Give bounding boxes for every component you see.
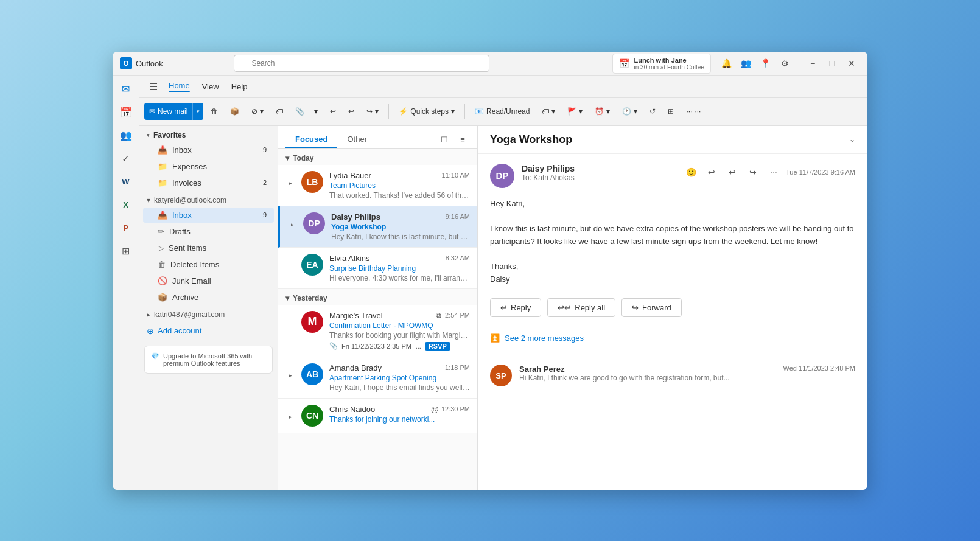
refresh-button[interactable]: ↺ [645,104,660,119]
sender-chris: Chris Naidoo [329,405,375,414]
undo-button[interactable]: ↩ [325,104,341,119]
subject-lydia: Team Pictures [329,181,470,190]
minimize-button[interactable]: − [804,55,821,72]
expand-btn-chris[interactable]: ▸ [285,412,295,422]
sidebar-item-archive[interactable]: 📦 Archive [143,290,274,305]
archive-button[interactable]: 📦 [225,104,244,119]
nav-apps[interactable]: ⊞ [115,240,137,262]
expand-btn-daisy[interactable]: ▸ [287,220,297,229]
menu-home[interactable]: Home [163,77,196,96]
hamburger-button[interactable]: ☰ [144,79,163,95]
tab-other[interactable]: Other [337,131,377,148]
settings-button[interactable]: ⚙ [777,55,794,72]
maximize-button[interactable]: □ [824,55,841,72]
snap-dropdown[interactable]: ▾ [309,104,323,119]
flag-button[interactable]: 🚩▾ [562,104,587,119]
nav-calendar[interactable]: 📅 [115,102,137,124]
time-daisy: 9:16 AM [446,213,470,220]
sidebar-item-favorites-inbox[interactable]: 📥 Inbox 9 [143,142,274,158]
nav-word[interactable]: W [115,171,137,193]
reply-action-btn[interactable]: ↩ [703,164,720,181]
snooze-button[interactable]: ⏰▾ [590,104,615,119]
favorites-header[interactable]: ▾ Favorites [139,126,278,142]
sidebar-item-account1-inbox[interactable]: 📥 Inbox 9 [143,208,274,223]
clock-button[interactable]: 🕐▾ [617,104,642,119]
more-button[interactable]: ······ [681,104,705,119]
redo-icon: ↪ [366,107,373,116]
read-unread-button[interactable]: 📧 Read/Unread [470,104,534,119]
reading-expand-btn[interactable]: ⌄ [849,135,855,144]
sender-elvia: Elvia Atkins [329,254,369,263]
nav-excel[interactable]: X [115,194,137,216]
email-item-margie[interactable]: M Margie's Travel ⧉ 2:54 PM Confirmation… [278,305,477,357]
sidebar-item-invoices[interactable]: 📁 Invoices 2 [143,175,274,190]
people-button[interactable]: 👥 [738,55,755,72]
delete-button[interactable]: 🗑 [206,104,223,119]
email-item-lydia[interactable]: ▸ LB Lydia Bauer 11:10 AM Team Pictures … [278,165,477,206]
tag-icon: 🏷 [276,107,283,116]
calendar-reminder[interactable]: 📅 Lunch with Jane in 30 min at Fourth Co… [612,54,711,74]
undo2-button[interactable]: ↩ [343,104,359,119]
reminder-title: Lunch with Jane [634,57,704,64]
quick-steps-button[interactable]: ⚡ Quick steps ▾ [394,104,460,119]
message-meta: Daisy Philips To: Katri Ahokas [522,164,682,182]
sidebar-item-sent[interactable]: ▷ Sent Items [143,240,274,256]
avatar-daisy: DP [303,212,325,234]
thread-message-sarah[interactable]: SP Sarah Perez Hi Katri, I think we are … [490,357,855,394]
nav-people[interactable]: 👥 [115,125,137,147]
menu-view[interactable]: View [196,79,225,95]
new-mail-button[interactable]: ✉ New mail [144,104,192,119]
expand-btn-margie[interactable] [285,318,295,328]
email-item-amanda[interactable]: ▸ AB Amanda Brady 1:18 PM Apartment Park… [278,357,477,399]
select-all-icon[interactable]: ☐ [437,132,452,147]
expand-btn-lydia[interactable]: ▸ [285,178,295,188]
group-today[interactable]: ▾ Today [278,149,477,165]
forward-button[interactable]: ↪ Forward [621,298,682,317]
expand-btn-elvia[interactable] [285,261,295,271]
email-item-elvia[interactable]: EA Elvia Atkins 8:32 AM Surprise Birthda… [278,248,477,289]
sidebar-item-expenses[interactable]: 📁 Expenses [143,159,274,174]
sidebar-item-deleted[interactable]: 🗑 Deleted Items [143,257,274,272]
more-action-btn[interactable]: ··· [765,164,782,181]
menu-help[interactable]: Help [225,79,254,95]
more-messages-row[interactable]: ⏫ See 2 more messages [490,327,855,349]
account1-header[interactable]: ▾ katyreid@outlook.com [139,191,278,207]
new-mail-dropdown[interactable]: ▾ [192,103,203,120]
email-item-chris[interactable]: ▸ CN Chris Naidoo @ 12:30 PM Thanks for … [278,399,477,433]
forward-action-btn[interactable]: ↪ [744,164,761,181]
search-input[interactable] [234,55,489,72]
sidebar-item-junk[interactable]: 🚫 Junk Email [143,273,274,288]
categories-button[interactable]: 🏷▾ [537,104,560,119]
close-button[interactable]: ✕ [843,55,860,72]
group-yesterday[interactable]: ▾ Yesterday [278,289,477,305]
inbox-badge: 9 [263,146,267,153]
tab-focused[interactable]: Focused [285,131,337,148]
reading-title: Yoga Workshop [490,133,572,146]
snap-button[interactable]: 📎 [290,104,309,119]
thread-time-sarah: Wed 11/1/2023 2:48 PM [783,365,855,372]
outlook-window: O Outlook 🔍 📅 Lunch with Jane in 30 min … [113,52,867,490]
account2-header[interactable]: ▸ katri0487@gmail.com [139,305,278,321]
nav-tasks[interactable]: ✓ [115,148,137,170]
redo-button[interactable]: ↪▾ [362,104,383,119]
reply-all-action-btn[interactable]: ↩ [724,164,741,181]
sidebar-label: Inbox [172,145,258,155]
expand-btn-amanda[interactable]: ▸ [285,371,295,380]
emoji-action-btn[interactable]: 🙂 [682,164,699,181]
move-to-button[interactable]: ⊘ ▾ [247,104,268,119]
location-button[interactable]: 📍 [757,55,774,72]
nav-mail[interactable]: ✉ [115,79,137,100]
grid-button[interactable]: ⊞ [663,104,679,119]
reply-button[interactable]: ↩ Reply [490,298,541,317]
reply-all-button[interactable]: ↩↩ Reply all [547,298,615,317]
email-item-daisy[interactable]: ▸ DP Daisy Philips 9:16 AM Yoga Workshop… [278,206,477,248]
avatar-margie: M [301,311,323,333]
upgrade-box[interactable]: 💎 Upgrade to Microsoft 365 with premium … [144,346,273,374]
nav-powerpoint[interactable]: P [115,217,137,239]
rsvp-badge[interactable]: RSVP [425,342,450,351]
notification-button[interactable]: 🔔 [718,55,735,72]
sidebar-item-drafts[interactable]: ✏ Drafts [143,224,274,239]
add-account-button[interactable]: ⊕ Add account [139,321,278,341]
tag-button[interactable]: 🏷 [271,104,288,119]
filter-icon[interactable]: ≡ [455,132,470,147]
